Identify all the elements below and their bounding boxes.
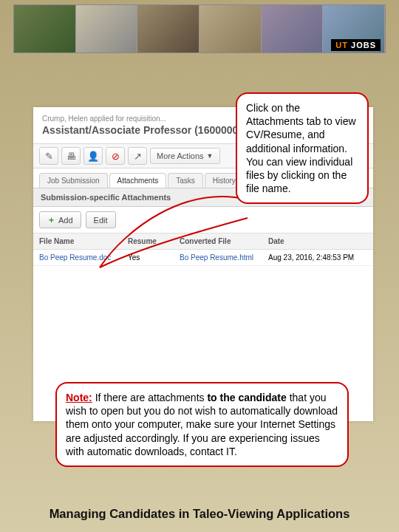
share-icon[interactable]: ↗ [128,147,147,165]
instruction-callout: Click on the Attachments tab to view CV/… [236,92,369,204]
user-icon[interactable]: 👤 [83,147,103,165]
slide-footer: Managing Candidates in Taleo-Viewing App… [0,507,399,521]
banner-image [14,5,76,52]
banner-image [262,5,324,52]
more-actions-dropdown[interactable]: More Actions ▼ [150,148,220,164]
add-button[interactable]: ＋ Add [39,211,81,228]
print-icon[interactable]: 🖶 [61,147,81,165]
add-label: Add [58,216,73,225]
edit-icon[interactable]: ✎ [39,147,58,165]
banner-image [200,5,262,52]
header-banner: UT JOBS [13,4,386,53]
tab-tasks[interactable]: Tasks [168,173,203,188]
cancel-icon[interactable]: ⊘ [106,147,125,165]
note-label: Note: [66,392,92,403]
tab-job-submission[interactable]: Job Submission [39,173,108,188]
callout-pointer [96,222,251,273]
tab-attachments[interactable]: Attachments [109,173,167,188]
note-text-1: If there are attachments [92,392,208,403]
chevron-down-icon: ▼ [207,152,214,160]
banner-image [137,5,200,52]
col-date: Date [262,233,373,249]
callout-text: Click on the Attachments tab to view CV/… [246,102,356,194]
banner-image [76,5,138,52]
more-actions-label: More Actions [157,151,204,160]
note-bold: to the candidate [207,392,286,403]
ut-jobs-logo: UT JOBS [331,39,381,51]
note-callout: Note: If there are attachments to the ca… [55,382,349,467]
plus-icon: ＋ [47,214,55,225]
date-cell: Aug 23, 2016, 2:48:53 PM [262,250,373,265]
